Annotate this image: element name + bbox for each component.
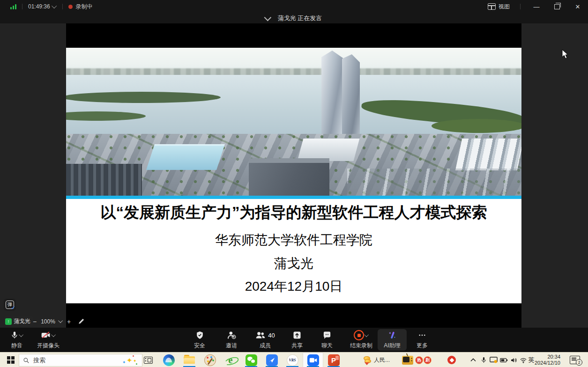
restore-button[interactable] [547,0,567,13]
slide-text-area: 以“发展新质生产力”为指导的新型软件工程人才模式探索 华东师范大学软件工程学院 … [66,199,521,303]
members-button[interactable]: 40 成员 [247,329,283,351]
speaker-icon [511,357,518,363]
taskbar-app-bluebird[interactable] [261,352,282,367]
ai-assistant-label: AI助理 [384,342,400,350]
tray-expand-button[interactable] [469,352,478,367]
chevron-down-icon[interactable] [52,3,57,8]
stop-recording-button[interactable]: 结束录制 [343,329,380,351]
taskbar-app-meeting[interactable] [303,352,323,367]
ie-browser-icon: e [225,354,237,366]
battery-icon [500,358,508,363]
edge-browser-icon [163,354,175,366]
tray-clock[interactable]: 20:34 2024/12/10 [534,352,560,367]
meeting-toolbar: 静音 开摄像头 安全 [0,328,588,352]
danmaku-toggle-button[interactable]: 弹 ✓ [4,299,16,311]
tray-volume[interactable] [509,352,519,367]
chevron-down-icon[interactable] [51,332,56,337]
meeting-duration[interactable]: 01:49:36 [28,3,50,10]
camera-button[interactable]: 开摄像头 [31,329,66,351]
ai-assistant-button[interactable]: AI助理 [378,329,407,351]
mouse-cursor [562,49,569,59]
search-highlights-icon[interactable]: ✦✦✦ [122,355,138,366]
zoom-dropdown-icon[interactable] [58,318,63,323]
divider [22,4,22,9]
taskbar-app-file-explorer[interactable] [179,352,200,367]
more-label: 更多 [417,342,428,350]
aerial-city-image [66,48,521,196]
view-button[interactable]: 视图 [499,3,510,11]
zoom-out-button[interactable]: − [33,318,37,325]
taskbar-app-ie[interactable]: e [220,352,241,367]
tv-icon [402,356,413,365]
invite-label: 邀请 [226,342,237,350]
stop-recording-icon [354,330,364,340]
chevron-down-icon[interactable] [364,332,369,337]
share-screen-icon [292,330,302,340]
taskbar-app-paint[interactable] [200,352,220,367]
mute-label: 静音 [11,342,22,350]
tray-battery[interactable] [499,352,509,367]
tray-time: 20:34 [547,354,560,360]
taskbar-tv-widget[interactable] [402,352,413,367]
collapse-banner-icon[interactable] [264,14,271,21]
member-count-badge: 40 [268,332,275,339]
security-button[interactable]: 安全 [184,329,216,351]
tencent-meeting-icon [307,354,319,366]
check-icon: ✓ [11,305,15,311]
wifi-signal-icon [520,357,527,363]
shield-check-icon [195,330,204,340]
camera-label: 开摄像头 [37,342,60,350]
notification-icon: 2 [570,356,580,364]
recording-status: 录制中 [76,3,93,11]
search-placeholder: 搜索 [33,356,45,365]
camera-off-icon [41,331,51,339]
zoom-in-button[interactable]: + [67,318,71,325]
news-headline[interactable]: 人民... [374,356,390,364]
task-view-icon [144,357,153,364]
chat-bubble-icon [322,331,332,340]
paint-palette-icon [204,354,216,366]
minimize-button[interactable]: — [526,0,547,13]
network-signal-icon [10,4,16,9]
notification-center-button[interactable]: 2 [568,352,582,367]
taskbar-app-vrs[interactable]: VRS [282,352,303,367]
more-dots-icon [418,331,426,339]
taskbar-news-widget[interactable]: 人民... [363,352,390,367]
share-screen-button[interactable]: 共享 [283,329,311,351]
drama-badge: 剧 [424,356,432,364]
slide-date: 2024年12月10日 [66,278,521,295]
promo-widget[interactable] [447,352,456,367]
tray-microphone[interactable] [479,352,488,367]
microphone-icon [10,330,19,340]
speaker-name-tag: ↑ 蒲戈光 [4,316,33,326]
taskbar-search-input[interactable]: 搜索 ✦✦✦ [19,354,142,367]
divider [62,4,63,9]
chat-button[interactable]: 聊天 [311,329,343,351]
recording-dot-icon [68,5,73,9]
taskbar-app-wechat[interactable] [241,352,261,367]
slide-affiliation: 华东师范大学软件工程学院 [66,231,521,249]
stop-recording-label: 结束录制 [350,342,372,350]
share-label: 共享 [291,342,303,350]
members-label: 成员 [260,342,271,350]
taskbar-app-edge[interactable] [158,352,179,367]
chevron-down-icon[interactable] [19,332,23,337]
ai-sparkle-icon [387,330,397,340]
annotate-pencil-icon[interactable] [78,318,85,325]
divider [520,4,521,9]
zoom-level-value[interactable]: 100% [41,318,55,325]
members-icon [255,331,266,339]
tray-cast-screen[interactable] [488,352,499,367]
mute-button[interactable]: 静音 [5,329,29,351]
meeting-titlebar: 01:49:36 录制中 视图 — ✕ 蒲戈光 正在发言 [0,0,588,23]
invite-button[interactable]: 邀请 [216,329,247,351]
cast-screen-icon [490,357,498,363]
hot-drama-badges[interactable]: 热 剧 [415,352,432,367]
close-button[interactable]: ✕ [567,0,588,13]
taskbar-app-powerpoint[interactable]: P [323,352,344,367]
more-button[interactable]: 更多 [409,329,436,351]
security-label: 安全 [194,342,205,350]
start-button[interactable] [4,352,18,367]
task-view-button[interactable] [141,352,156,367]
slide-author: 蒲戈光 [66,255,521,272]
